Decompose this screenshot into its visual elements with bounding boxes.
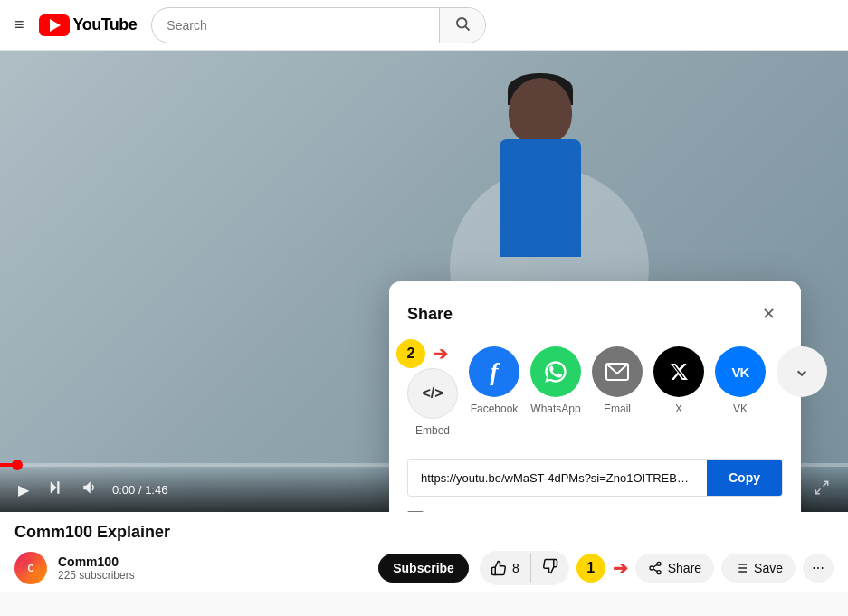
channel-subscribers: 225 subscribers: [58, 569, 367, 582]
share-header: Share ✕: [407, 299, 783, 328]
facebook-label: Facebook: [471, 403, 519, 415]
char-body: [500, 139, 581, 257]
share-link-input[interactable]: [408, 460, 707, 496]
next-button[interactable]: [43, 476, 67, 503]
share-option-vk[interactable]: VK VK: [715, 346, 766, 415]
search-button[interactable]: [439, 8, 485, 43]
header: ≡ YouTube: [0, 0, 848, 51]
email-icon: [592, 346, 643, 397]
start-at-section: Start at 0:00: [407, 511, 783, 512]
fullscreen-button[interactable]: [810, 476, 834, 503]
svg-marker-2: [51, 481, 57, 494]
video-time: 0:00 / 1:46: [112, 483, 167, 497]
svg-text:C: C: [27, 564, 33, 573]
dislike-button[interactable]: [531, 551, 569, 585]
like-count: 8: [512, 561, 519, 575]
share-option-facebook[interactable]: f Facebook: [469, 346, 519, 415]
action-buttons: 8 1 ➔: [480, 551, 834, 585]
step-2-arrow: ➔: [433, 343, 448, 365]
embed-option-wrapper: 2 ➔ </> Embed: [407, 346, 458, 437]
like-dislike-section: 8: [480, 551, 569, 585]
vk-icon: VK: [715, 346, 766, 397]
youtube-wordmark: YouTube: [73, 15, 138, 34]
youtube-logo[interactable]: YouTube: [39, 14, 138, 36]
facebook-icon: f: [469, 346, 519, 397]
share-option-more[interactable]: [777, 346, 827, 403]
step-2-badge-embed: 2 ➔: [396, 339, 452, 368]
svg-line-15: [815, 489, 820, 494]
svg-point-20: [650, 566, 653, 570]
svg-line-14: [824, 481, 828, 486]
svg-point-19: [657, 562, 661, 565]
share-step-wrapper: 1 ➔ Share: [576, 554, 714, 583]
like-button[interactable]: 8: [480, 553, 531, 583]
svg-line-23: [653, 564, 657, 567]
char-head: [509, 78, 572, 146]
close-dialog-button[interactable]: ✕: [754, 299, 783, 328]
video-title: Comm100 Explainer: [14, 523, 834, 542]
menu-icon[interactable]: ≡: [14, 15, 24, 34]
share-option-embed[interactable]: </> Embed: [407, 368, 458, 437]
play-button[interactable]: ▶: [14, 478, 33, 502]
subscribe-button[interactable]: Subscribe: [378, 554, 469, 583]
more-icon: [777, 346, 827, 397]
video-info: Comm100 Explainer C Comm100 225 subscrib…: [0, 512, 848, 592]
copy-button[interactable]: Copy: [707, 460, 782, 496]
svg-line-22: [653, 569, 657, 572]
youtube-icon: [39, 14, 70, 36]
whatsapp-label: WhatsApp: [530, 403, 580, 415]
embed-label: Embed: [415, 424, 450, 437]
whatsapp-icon: [530, 346, 581, 397]
share-option-whatsapp[interactable]: WhatsApp: [530, 346, 581, 415]
video-player: ▶ 0:00 / 1:46: [0, 51, 848, 512]
step-1-circle: 1: [576, 554, 605, 583]
share-title: Share: [407, 305, 453, 324]
volume-button[interactable]: [78, 476, 101, 503]
start-at-checkbox[interactable]: [407, 511, 424, 512]
svg-line-1: [466, 26, 470, 30]
save-button[interactable]: Save: [721, 554, 796, 583]
search-input[interactable]: [152, 11, 439, 40]
email-label: Email: [604, 403, 631, 415]
vk-label: VK: [733, 403, 748, 415]
x-label: X: [675, 403, 682, 415]
channel-info: Comm100 225 subscribers: [58, 554, 367, 582]
svg-point-21: [657, 571, 661, 574]
share-button[interactable]: Share: [635, 554, 714, 583]
share-dialog: Share ✕ 2 ➔ </> Embed: [389, 281, 801, 512]
search-bar: [151, 7, 486, 43]
more-button[interactable]: ⋯: [803, 554, 834, 583]
header-left: ≡ YouTube: [14, 14, 137, 36]
share-option-x[interactable]: X: [653, 346, 704, 415]
step-1-arrow: ➔: [613, 557, 628, 579]
svg-rect-3: [57, 481, 59, 494]
video-meta: C Comm100 225 subscribers Subscribe 8: [14, 551, 834, 585]
more-icon: ⋯: [812, 561, 824, 575]
step-2-circle: 2: [396, 339, 425, 368]
share-option-email[interactable]: Email: [592, 346, 643, 415]
share-options-row: 2 ➔ </> Embed f Facebook: [407, 346, 783, 437]
youtube-play-triangle: [50, 19, 61, 32]
channel-avatar: C: [14, 552, 47, 584]
svg-point-0: [457, 18, 467, 28]
share-link-section: Copy: [407, 459, 783, 497]
embed-icon: </>: [407, 368, 458, 419]
x-icon: [653, 346, 704, 397]
channel-name: Comm100: [58, 554, 367, 569]
svg-marker-4: [83, 481, 91, 494]
